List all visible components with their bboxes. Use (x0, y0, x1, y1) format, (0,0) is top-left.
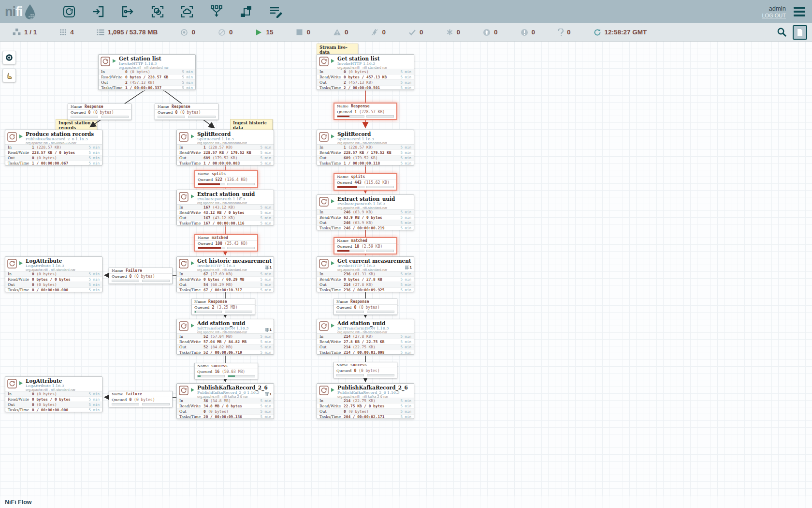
processor[interactable]: Get current measurement InvokeHTTP 1.16.… (317, 256, 414, 292)
connection-label[interactable]: Name failure Queued 0 (0 bytes) (109, 391, 173, 407)
stat-row: Tasks/Time 0 / 00:00:00.000 5 min (5, 408, 102, 413)
birdseye-toggle-button[interactable] (793, 25, 807, 40)
processor[interactable]: Add station_uuid JoltTransformJSON 1.16.… (176, 319, 274, 355)
up-to-date-icon (408, 29, 416, 36)
connection-queued-key: Queued (194, 305, 209, 310)
connection-label[interactable]: Name success Queued 16 (50.03 MB) (194, 363, 258, 379)
connection-label[interactable]: Name splits Queued 522 (136.4 KB) (194, 170, 258, 188)
processor[interactable]: LogAttribute LogAttribute 1.16.3 org.apa… (5, 256, 102, 292)
connection-label[interactable]: Name Response Queued 0 (0 bytes) (334, 299, 397, 315)
connection-label[interactable]: Name success Queued 0 (0 bytes) (334, 362, 397, 378)
processor-icon (7, 379, 17, 388)
stat-row: Read/Write 0 bytes / 27.8 KB 5 min (317, 277, 414, 282)
transmitting-icon (180, 29, 188, 36)
stat-value: 2 (457.13 KB) (344, 80, 400, 85)
search-button[interactable] (777, 27, 787, 37)
processor-bundle: org.apache.nifi - nifi-standard-nar (337, 66, 387, 70)
processor-name: Get station list (119, 56, 169, 61)
stat-label: In (8, 145, 32, 149)
template-component-icon[interactable] (238, 4, 254, 19)
stat-value: 1 / 00:00:00.337 (125, 86, 182, 90)
output-port-component-icon[interactable] (120, 4, 136, 19)
logout-link[interactable]: LOG OUT (762, 13, 786, 18)
operate-palette-button[interactable] (2, 69, 16, 82)
remote-process-group-component-icon[interactable] (179, 4, 195, 19)
stat-period: 5 min (400, 350, 411, 355)
stat-value: 54 (60.29 MB) (203, 283, 260, 287)
connection-label[interactable]: Name Response Queued 2 (3.25 MB) (191, 299, 255, 315)
processor-stats: In 246 (63.9 KB) 5 min Read/Write 63.9 K… (317, 209, 414, 231)
connection-label[interactable]: Name Response Queued 1 (228.57 KB) (334, 103, 397, 120)
processor[interactable]: PublishKafkaRecord_2_6 PublishKafkaRecor… (317, 383, 414, 419)
connection-label[interactable]: Name Response Queued 0 (0 bytes) (68, 104, 131, 120)
stat-label: Read/Write (319, 75, 344, 79)
stat-label: Out (179, 409, 203, 414)
processor[interactable]: Add station_uuid JoltTransformJSON 1.16.… (317, 319, 414, 355)
processor-name: Produce station records (26, 132, 94, 137)
stat-period: 5 min (260, 409, 271, 414)
processor[interactable]: Get station list InvokeHTTP 1.16.3 org.a… (98, 54, 196, 90)
breadcrumb-root[interactable]: NiFi Flow (5, 499, 32, 506)
processor[interactable]: Produce station records PublishKafkaReco… (5, 130, 102, 165)
connection-queued-key: Queued (112, 398, 127, 402)
stat-period: 5 min (260, 145, 271, 149)
status-cluster-nodes: 1 / 1 (13, 29, 37, 36)
connection-label[interactable]: Name splits Queued 443 (115.62 KB) (334, 173, 397, 191)
stat-label: In (319, 145, 344, 149)
funnel-component-icon[interactable] (209, 4, 224, 19)
connection-label[interactable]: Name Failure Queued 0 (0 bytes) (109, 268, 173, 284)
connection-queued-value: 0 (0 bytes) (354, 369, 379, 373)
running-status-icon (191, 134, 194, 138)
running-icon (255, 29, 262, 36)
stat-period: 5 min (400, 288, 411, 292)
stat-row: Out 246 (63.9 KB) 5 min (317, 220, 414, 225)
processor[interactable]: Extract station_uuid EvaluateJsonPath 1.… (317, 194, 414, 230)
label-component-icon[interactable] (268, 4, 283, 19)
processor[interactable]: SplitRecord SplitRecord 1.16.3 org.apach… (176, 130, 274, 165)
stat-period: 5 min (400, 334, 411, 339)
stat-label: In (179, 399, 203, 403)
connection-label[interactable]: Name Response Queued 0 (0 bytes) (155, 104, 218, 120)
stat-value: 236 (61.31 KB) (344, 272, 400, 276)
stat-period: 5 min (260, 205, 271, 209)
processor-bundle: org.apache.nifi - nifi-standard-nar (337, 141, 387, 145)
connection-label[interactable]: Name matched Queued 100 (25.43 KB) (194, 234, 258, 252)
stat-value: 246 / 00:00:00.219 (344, 226, 400, 230)
stat-period: 5 min (400, 345, 411, 349)
processor[interactable]: SplitRecord SplitRecord 1.16.3 org.apach… (317, 130, 414, 165)
processor-stats: In 36 (34.8 MB) 5 min Read/Write 34.8 MB… (177, 398, 274, 420)
stat-row: Read/Write 34.8 MB / 0 bytes 5 min (177, 403, 274, 409)
connection-label[interactable]: Name matched Queued 10 (2.59 KB) (334, 237, 397, 254)
processor-component-icon[interactable] (61, 4, 77, 19)
stat-row: Read/Write 43.12 KB / 0 bytes 5 min (177, 210, 274, 215)
stat-label: In (319, 210, 344, 214)
navigate-palette-button[interactable] (2, 51, 16, 64)
backpressure-bars (109, 403, 172, 407)
backpressure-size-bar (228, 375, 255, 377)
status-last-refresh[interactable]: 12:58:27 GMT (594, 29, 647, 36)
process-group-component-icon[interactable] (150, 4, 165, 19)
processor-type: InvokeHTTP 1.16.3 (337, 264, 411, 268)
processor-type: JoltTransformJSON 1.16.3 (197, 326, 248, 330)
stat-row: Out 689 (179.52 KB) 5 min (177, 155, 274, 161)
processor-stats: In 214 (27.8 KB) 5 min Read/Write 27.8 K… (317, 333, 414, 356)
global-menu-button[interactable] (793, 5, 806, 18)
processor-type: LogAttribute 1.16.3 (26, 264, 75, 268)
backpressure-bars (109, 279, 172, 284)
processor[interactable]: Extract station_uuid EvaluateJsonPath 1.… (176, 190, 274, 225)
processor-bundle: org.apache.nifi - nifi-standard-nar (26, 268, 75, 272)
stat-label: Tasks/Time (319, 415, 344, 419)
processor[interactable]: Get historic measurements InvokeHTTP 1.1… (176, 256, 274, 292)
stat-value: 246 (63.9 KB) (344, 210, 400, 214)
stat-label: Read/Write (319, 340, 344, 344)
processor[interactable]: PublishKafkaRecord_2_6 PublishKafkaRecor… (176, 383, 274, 419)
connection-name-value: Response (350, 299, 369, 304)
stat-row: Out 0 (0 bytes) 5 min (5, 155, 102, 161)
processor[interactable]: Get station list InvokeHTTP 1.16.3 org.a… (317, 54, 414, 90)
stat-label: Tasks/Time (8, 408, 32, 412)
stat-label: Tasks/Time (319, 288, 344, 292)
processor[interactable]: LogAttribute LogAttribute 1.16.3 org.apa… (5, 376, 102, 412)
nifi-logo[interactable]: nifi (5, 3, 36, 20)
stat-period: 5 min (400, 277, 411, 282)
input-port-component-icon[interactable] (91, 4, 106, 19)
